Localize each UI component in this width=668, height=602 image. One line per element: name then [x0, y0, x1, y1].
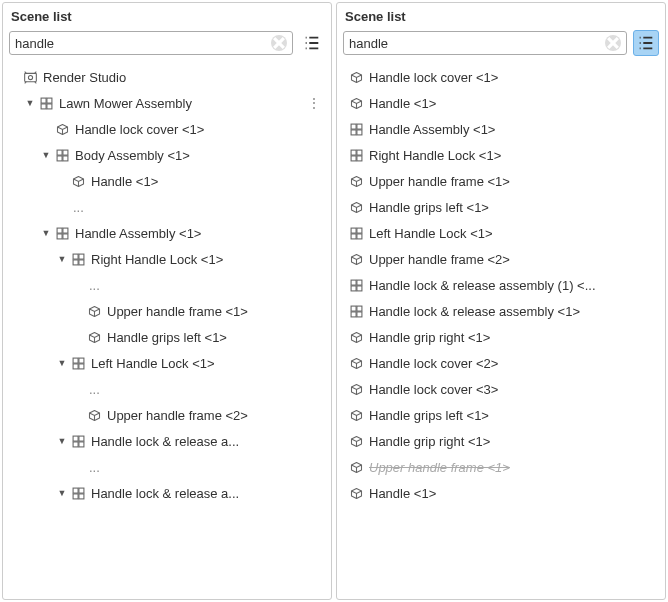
item-label: Upper handle frame <1>: [365, 460, 510, 475]
svg-rect-28: [73, 259, 78, 264]
svg-rect-55: [356, 150, 361, 155]
tree-content[interactable]: Render Studio▼Lawn Mower Assembly⋮Handle…: [3, 62, 331, 599]
svg-rect-25: [62, 233, 67, 238]
svg-rect-14: [41, 98, 46, 103]
list-item[interactable]: Left Handle Lock <1>: [341, 220, 665, 246]
list-item[interactable]: Handle <1>: [341, 90, 665, 116]
studio-icon: [21, 70, 39, 85]
tree-row[interactable]: Handle <1>: [7, 168, 331, 194]
list-item[interactable]: Handle grip right <1>: [341, 428, 665, 454]
item-label: Handle <1>: [365, 96, 436, 111]
flat-content[interactable]: Handle lock cover <1>Handle <1>Handle As…: [337, 62, 665, 599]
flat-list-toggle[interactable]: [633, 30, 659, 56]
search-input-wrap: [9, 31, 293, 55]
part-icon: [85, 304, 103, 319]
assembly-icon: [347, 278, 365, 293]
list-item[interactable]: Right Handle Lock <1>: [341, 142, 665, 168]
assembly-icon: [69, 356, 87, 371]
expander-icon[interactable]: ▼: [55, 488, 69, 498]
expander-icon[interactable]: ▼: [23, 98, 37, 108]
tree-row[interactable]: ▼Left Handle Lock <1>: [7, 350, 331, 376]
list-item[interactable]: Handle grips left <1>: [341, 194, 665, 220]
node-label: Lawn Mower Assembly: [55, 96, 192, 111]
tree-row[interactable]: ▼Handle lock & release a...: [7, 480, 331, 506]
tree-row[interactable]: Render Studio: [7, 64, 331, 90]
expander-icon[interactable]: ▼: [39, 228, 53, 238]
tree-row[interactable]: ▼Handle lock & release a...: [7, 428, 331, 454]
svg-rect-68: [351, 311, 356, 316]
part-icon: [347, 460, 365, 475]
clear-search-button[interactable]: [605, 35, 621, 51]
tree-row[interactable]: ...: [7, 454, 331, 480]
clear-search-button[interactable]: [271, 35, 287, 51]
tree-row[interactable]: Upper handle frame <1>: [7, 298, 331, 324]
expander-icon[interactable]: ▼: [55, 254, 69, 264]
list-item[interactable]: Handle <1>: [341, 480, 665, 506]
part-icon: [347, 356, 365, 371]
svg-rect-54: [351, 150, 356, 155]
item-label: Upper handle frame <1>: [365, 174, 510, 189]
item-label: Handle lock & release assembly <1>: [365, 304, 580, 319]
item-label: Handle grips left <1>: [365, 408, 489, 423]
part-icon: [347, 174, 365, 189]
expander-icon[interactable]: ▼: [55, 436, 69, 446]
tree-row[interactable]: ▼Right Handle Lock <1>: [7, 246, 331, 272]
list-item[interactable]: Upper handle frame <1>: [341, 168, 665, 194]
scene-list-flat-panel: Scene list Handle lock cover <1>Handle <…: [336, 2, 666, 600]
assembly-icon: [347, 122, 365, 137]
tree-row[interactable]: Handle lock cover <1>: [7, 116, 331, 142]
node-label: Right Handle Lock <1>: [87, 252, 223, 267]
assembly-icon: [69, 486, 87, 501]
part-icon: [85, 330, 103, 345]
tree-row[interactable]: ▼Handle Assembly <1>: [7, 220, 331, 246]
list-item[interactable]: Handle lock cover <1>: [341, 64, 665, 90]
item-label: Handle lock cover <2>: [365, 356, 498, 371]
expander-icon[interactable]: ▼: [39, 150, 53, 160]
tree-row[interactable]: Handle grips left <1>: [7, 324, 331, 350]
assembly-icon: [53, 226, 71, 241]
tree-row[interactable]: ▼Body Assembly <1>: [7, 142, 331, 168]
part-icon: [347, 408, 365, 423]
expander-icon[interactable]: ▼: [55, 358, 69, 368]
tree-row[interactable]: ...: [7, 376, 331, 402]
list-item[interactable]: Handle grip right <1>: [341, 324, 665, 350]
svg-rect-26: [73, 254, 78, 259]
svg-rect-51: [356, 124, 361, 129]
svg-rect-61: [356, 233, 361, 238]
tree-row[interactable]: ...: [7, 272, 331, 298]
list-item[interactable]: Handle lock cover <3>: [341, 376, 665, 402]
part-icon: [347, 200, 365, 215]
part-icon: [69, 174, 87, 189]
svg-rect-24: [57, 233, 62, 238]
node-label: Handle grips left <1>: [103, 330, 227, 345]
list-item[interactable]: Handle lock cover <2>: [341, 350, 665, 376]
list-item[interactable]: Handle lock & release assembly <1>: [341, 298, 665, 324]
flat-list-toggle[interactable]: [299, 30, 325, 56]
drag-handle-icon[interactable]: ⋮: [308, 96, 325, 110]
search-input[interactable]: [349, 36, 605, 51]
assembly-icon: [53, 148, 71, 163]
svg-rect-59: [356, 228, 361, 233]
list-item[interactable]: Handle lock & release assembly (1) <...: [341, 272, 665, 298]
node-label: Body Assembly <1>: [71, 148, 190, 163]
list-item[interactable]: Handle grips left <1>: [341, 402, 665, 428]
node-label: Left Handle Lock <1>: [87, 356, 215, 371]
svg-rect-16: [41, 103, 46, 108]
node-label: ...: [85, 382, 100, 397]
tree-row[interactable]: Upper handle frame <2>: [7, 402, 331, 428]
part-icon: [347, 434, 365, 449]
tree-row[interactable]: ...: [7, 194, 331, 220]
search-row: [3, 28, 331, 62]
svg-rect-29: [78, 259, 83, 264]
list-item[interactable]: Upper handle frame <2>: [341, 246, 665, 272]
part-icon: [347, 70, 365, 85]
svg-rect-57: [356, 155, 361, 160]
part-icon: [85, 408, 103, 423]
assembly-icon: [69, 252, 87, 267]
tree-row[interactable]: ▼Lawn Mower Assembly⋮: [7, 90, 331, 116]
search-input[interactable]: [15, 36, 271, 51]
list-item[interactable]: Handle Assembly <1>: [341, 116, 665, 142]
part-icon: [347, 252, 365, 267]
assembly-icon: [37, 96, 55, 111]
list-item[interactable]: Upper handle frame <1>: [341, 454, 665, 480]
